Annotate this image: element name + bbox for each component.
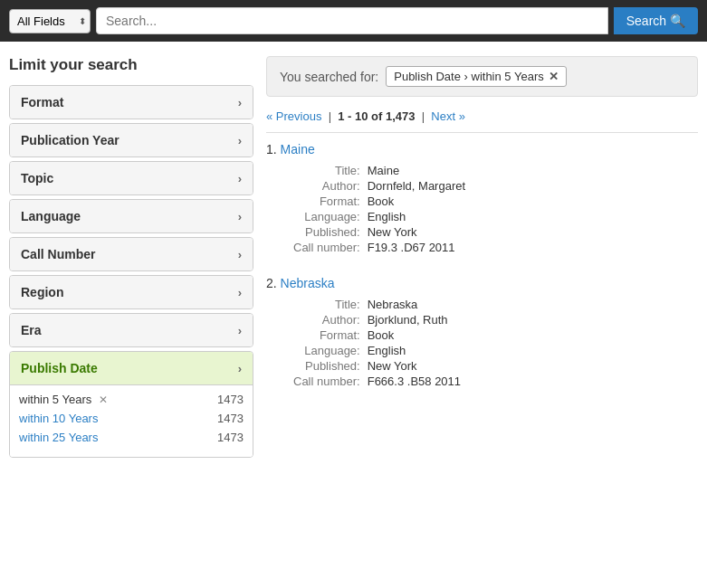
count-5years: 1473	[217, 393, 244, 406]
result-2-language-field: Language: English	[293, 344, 461, 359]
facet-publication-year: Publication Year ›	[9, 123, 253, 157]
result-2-language-value: English	[368, 344, 461, 359]
facet-label-10years: within 10 Years	[19, 412, 98, 425]
result-2-format-label: Format:	[293, 328, 368, 344]
search-summary-label: You searched for:	[280, 70, 378, 84]
result-2-author-label: Author:	[293, 313, 368, 328]
within-25-years-link[interactable]: within 25 Years	[19, 431, 98, 444]
result-2-title-link[interactable]: Nebraska	[281, 276, 335, 290]
facet-label-25years: within 25 Years	[19, 431, 98, 444]
result-1-published-field: Published: New York	[293, 225, 465, 241]
result-1-published-label: Published:	[293, 225, 368, 241]
result-1-published-value: New York	[368, 225, 465, 241]
facet-topic: Topic ›	[9, 161, 253, 195]
result-2-author-field: Author: Bjorklund, Ruth	[293, 313, 461, 328]
facet-publish-date-body: within 5 Years ✕ 1473 within 10 Years 14…	[10, 385, 253, 457]
result-1-language-label: Language:	[293, 210, 368, 225]
facet-publish-date-header[interactable]: Publish Date ›	[10, 352, 253, 385]
result-1-author-label: Author:	[293, 179, 368, 194]
result-1: 1. Maine Title: Maine Author: Dornfeld, …	[266, 142, 698, 256]
facet-region-label: Region	[21, 285, 63, 299]
pagination: « Previous | 1 - 10 of 1,473 | Next »	[266, 109, 698, 123]
facet-era-label: Era	[21, 323, 42, 337]
result-2-number: 2	[266, 276, 273, 290]
facet-region: Region ›	[9, 275, 253, 309]
result-1-title-link[interactable]: Maine	[281, 142, 315, 156]
result-2-callnumber-value: F666.3 .B58 2011	[368, 375, 461, 390]
remove-5years-icon[interactable]: ✕	[99, 394, 108, 406]
facet-publication-year-header[interactable]: Publication Year ›	[10, 124, 253, 156]
facet-topic-label: Topic	[21, 171, 53, 185]
content-area: You searched for: Publish Date › within …	[266, 56, 698, 461]
next-link[interactable]: Next »	[431, 109, 465, 123]
result-2-format-field: Format: Book	[293, 328, 461, 344]
facet-region-chevron: ›	[238, 286, 242, 299]
result-1-format-label: Format:	[293, 194, 368, 210]
count-10years: 1473	[217, 412, 244, 425]
result-2-author-value: Bjorklund, Ruth	[368, 313, 461, 328]
result-1-details: Title: Maine Author: Dornfeld, Margaret …	[293, 164, 465, 256]
facet-language-header[interactable]: Language ›	[10, 200, 253, 232]
search-button[interactable]: Search 🔍	[614, 7, 698, 34]
facet-publication-year-label: Publication Year	[21, 133, 119, 147]
facet-language: Language ›	[9, 199, 253, 233]
sidebar-title: Limit your search	[9, 56, 253, 74]
facet-era-header[interactable]: Era ›	[10, 314, 253, 346]
facet-row-10years: within 10 Years 1473	[19, 412, 244, 425]
result-1-title-value: Maine	[368, 164, 465, 179]
result-2-details: Title: Nebraska Author: Bjorklund, Ruth …	[293, 298, 461, 390]
facet-label-5years: within 5 Years ✕	[19, 393, 108, 406]
sidebar: Limit your search Format › Publication Y…	[9, 56, 253, 461]
result-2-title-value: Nebraska	[368, 298, 461, 313]
facet-topic-chevron: ›	[238, 172, 242, 185]
result-2-language-label: Language:	[293, 344, 368, 359]
result-1-language-field: Language: English	[293, 210, 465, 225]
within-5-years-text: within 5 Years	[19, 393, 91, 406]
facet-region-header[interactable]: Region ›	[10, 276, 253, 308]
field-select-wrapper: All Fields Title Author Subject ISBN	[9, 9, 91, 33]
result-1-format-field: Format: Book	[293, 194, 465, 210]
facet-row-25years: within 25 Years 1473	[19, 431, 244, 444]
facet-topic-header[interactable]: Topic ›	[10, 162, 253, 194]
result-1-callnumber-field: Call number: F19.3 .D67 2011	[293, 241, 465, 256]
result-1-language-value: English	[368, 210, 465, 225]
result-1-author-value: Dornfeld, Margaret	[368, 179, 465, 194]
facet-format-header[interactable]: Format ›	[10, 86, 253, 119]
result-1-format-value: Book	[368, 194, 465, 210]
facet-publish-date-chevron: ›	[238, 362, 242, 375]
result-1-author-field: Author: Dornfeld, Margaret	[293, 179, 465, 194]
remove-filter-icon[interactable]: ✕	[549, 70, 559, 83]
search-summary: You searched for: Publish Date › within …	[266, 56, 698, 97]
count-25years: 1473	[217, 431, 244, 444]
facet-publish-date: Publish Date › within 5 Years ✕ 1473 wit…	[9, 351, 253, 458]
facet-call-number: Call Number ›	[9, 237, 253, 271]
result-2-published-value: New York	[368, 359, 461, 375]
result-1-number: 1	[266, 142, 273, 156]
facet-format-chevron: ›	[238, 96, 242, 109]
facet-format: Format ›	[9, 85, 253, 119]
search-input[interactable]	[96, 7, 608, 34]
facet-call-number-header[interactable]: Call Number ›	[10, 238, 253, 270]
facet-format-label: Format	[21, 95, 63, 109]
results-divider	[266, 132, 698, 133]
result-2-title-row: 2. Nebraska	[266, 276, 698, 290]
pagination-range: 1 - 10 of 1,473	[338, 109, 415, 123]
result-1-title-field: Title: Maine	[293, 164, 465, 179]
result-2-published-field: Published: New York	[293, 359, 461, 375]
facet-call-number-chevron: ›	[238, 248, 242, 261]
main-layout: Limit your search Format › Publication Y…	[0, 42, 707, 470]
result-1-callnumber-value: F19.3 .D67 2011	[368, 241, 465, 256]
search-bar: All Fields Title Author Subject ISBN Sea…	[0, 0, 707, 42]
result-1-title-row: 1. Maine	[266, 142, 698, 156]
facet-row-5years: within 5 Years ✕ 1473	[19, 393, 244, 406]
result-2-callnumber-field: Call number: F666.3 .B58 2011	[293, 375, 461, 390]
within-10-years-link[interactable]: within 10 Years	[19, 412, 98, 425]
result-2-title-field: Title: Nebraska	[293, 298, 461, 313]
facet-language-label: Language	[21, 209, 81, 223]
result-1-callnumber-label: Call number:	[293, 241, 368, 256]
result-1-title-label: Title:	[293, 164, 368, 179]
result-2-published-label: Published:	[293, 359, 368, 375]
active-filter-text: Publish Date › within 5 Years	[394, 70, 543, 83]
prev-link[interactable]: « Previous	[266, 109, 321, 123]
field-select[interactable]: All Fields Title Author Subject ISBN	[9, 9, 91, 33]
